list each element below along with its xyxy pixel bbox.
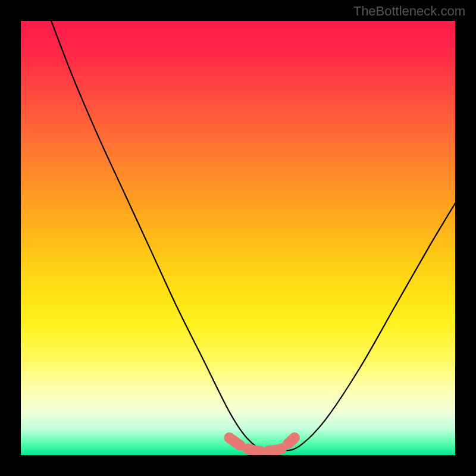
optimal-range-highlight	[229, 438, 295, 452]
chart-svg	[21, 21, 455, 455]
watermark-text: TheBottleneck.com	[353, 4, 465, 19]
chart-plot-area	[21, 21, 455, 455]
bottleneck-curve-path	[51, 21, 455, 452]
